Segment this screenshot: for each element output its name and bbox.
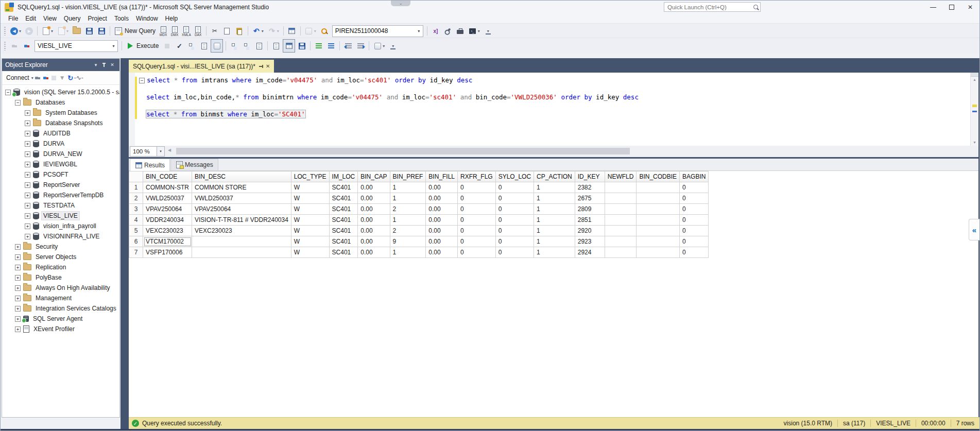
grid-cell[interactable]: 0 xyxy=(680,247,709,258)
grid-cell[interactable]: 0 xyxy=(458,193,496,204)
scroll-down-icon[interactable]: ▼ xyxy=(971,140,978,146)
grid-cell[interactable] xyxy=(637,204,680,215)
toolbar-separator[interactable] xyxy=(267,41,268,50)
grid-cell[interactable]: 2809 xyxy=(575,204,605,215)
grid-cell[interactable]: SC401 xyxy=(329,182,358,193)
column-header-bin_cap[interactable]: BIN_CAP xyxy=(358,171,390,182)
expand-icon[interactable] xyxy=(25,141,30,147)
grid-cell[interactable] xyxy=(637,226,680,236)
execute-button[interactable]: Execute xyxy=(125,40,160,52)
redo-dropdown-icon[interactable] xyxy=(277,29,279,33)
grid-cell[interactable]: COMMON-STR xyxy=(143,182,192,193)
save-button[interactable] xyxy=(83,25,95,37)
grid-cell[interactable] xyxy=(637,182,680,193)
search-combo[interactable] xyxy=(332,25,423,37)
collapse-icon[interactable] xyxy=(5,90,11,95)
grid-cell[interactable]: 0 xyxy=(495,182,534,193)
tree-item-always-on-high-availability[interactable]: Always On High Availability xyxy=(2,283,119,293)
editor-vertical-scrollbar[interactable]: ▲ ▼ xyxy=(970,73,978,146)
oe-activity-icon[interactable]: -∿- xyxy=(75,74,83,82)
grid-cell[interactable] xyxy=(637,193,680,204)
grid-cell[interactable]: 1 xyxy=(534,182,575,193)
grid-cell[interactable]: 0 xyxy=(680,236,709,247)
grid-cell[interactable]: SC401 xyxy=(329,215,358,226)
expand-icon[interactable] xyxy=(25,234,30,239)
menu-file[interactable]: File xyxy=(5,14,22,23)
grid-cell[interactable]: 0.00 xyxy=(426,236,458,247)
connect-button[interactable]: Connect xyxy=(6,74,29,81)
grid-cell[interactable]: 1 xyxy=(534,247,575,258)
column-header-bagbin[interactable]: BAGBIN xyxy=(680,171,709,182)
list-members-dropdown-icon[interactable] xyxy=(314,29,316,33)
column-header-bin_code[interactable]: BIN_CODE xyxy=(143,171,192,182)
add-item-button[interactable] xyxy=(56,25,70,37)
scroll-left-icon[interactable]: ◀ xyxy=(168,148,171,152)
new-project-button[interactable] xyxy=(40,25,55,37)
new-dmx-query-button[interactable]: DMX xyxy=(169,24,180,38)
grid-cell[interactable] xyxy=(605,226,637,236)
grid-cell[interactable]: W xyxy=(291,215,329,226)
zoom-level-combo[interactable]: 100 % xyxy=(130,146,157,157)
grid-cell[interactable]: W xyxy=(291,226,329,236)
live-query-stats-button[interactable] xyxy=(241,40,252,52)
code-line-1[interactable]: select * from imtrans where im_code='v04… xyxy=(139,76,968,85)
command-window-dropdown-icon[interactable] xyxy=(478,29,480,33)
grid-cell[interactable]: 0.00 xyxy=(358,247,390,258)
expand-icon[interactable] xyxy=(25,110,30,116)
oe-disconnect-icon[interactable] xyxy=(42,74,50,82)
tree-item-durva[interactable]: DURVA xyxy=(2,139,119,149)
tree-item-integration-services-catalogs[interactable]: Integration Services Catalogs xyxy=(2,303,119,314)
new-xmla-query-button[interactable]: XMLA xyxy=(181,24,192,38)
tree-item-durva-new[interactable]: DURVA_NEW xyxy=(2,149,119,159)
column-header-newfld[interactable]: NEWFLD xyxy=(605,171,637,182)
grid-cell[interactable]: 0 xyxy=(680,204,709,215)
uncomment-selection-button[interactable] xyxy=(325,40,337,52)
change-connection-button[interactable] xyxy=(21,40,32,52)
toolbar1-overflow-button[interactable] xyxy=(483,25,494,37)
column-header-cp_action[interactable]: CP_ACTION xyxy=(534,171,575,182)
column-header-bin_codbie[interactable]: BIN_CODBIE xyxy=(637,171,680,182)
tree-item-vision-sql-server-15-0-2000-5-sa[interactable]: vision (SQL Server 15.0.2000.5 - sa) xyxy=(2,87,119,97)
menu-project[interactable]: Project xyxy=(84,14,111,23)
menu-view[interactable]: View xyxy=(40,14,60,23)
undo-dropdown-icon[interactable] xyxy=(262,29,264,33)
tree-item-management[interactable]: Management xyxy=(2,293,119,303)
grid-cell[interactable]: 1 xyxy=(534,226,575,236)
grid-cell[interactable]: VWLD250037 xyxy=(192,193,291,204)
tab-close-icon[interactable]: ✕ xyxy=(266,63,270,69)
grid-cell[interactable]: 1 xyxy=(534,193,575,204)
collapse-region-icon[interactable] xyxy=(139,78,145,83)
decrease-indent-button[interactable] xyxy=(342,40,354,52)
row-header[interactable]: 5 xyxy=(129,226,143,236)
grid-cell[interactable]: VSFP170006 xyxy=(143,247,192,258)
tab-results[interactable]: Results xyxy=(130,159,170,171)
menu-help[interactable]: Help xyxy=(162,14,182,23)
client-statistics-button[interactable] xyxy=(253,40,265,52)
menu-tools[interactable]: Tools xyxy=(111,14,132,23)
toolbar-separator[interactable] xyxy=(226,41,226,50)
menu-edit[interactable]: Edit xyxy=(22,14,40,23)
expand-icon[interactable] xyxy=(15,306,21,312)
save-all-button[interactable] xyxy=(96,25,107,37)
grid-cell[interactable]: 0.00 xyxy=(426,193,458,204)
column-header-im_loc[interactable]: IM_LOC xyxy=(329,171,358,182)
grid-cell[interactable]: 9 xyxy=(390,236,426,247)
toolbar-separator[interactable] xyxy=(37,26,38,36)
grid-cell[interactable]: 2 xyxy=(390,204,426,215)
query-options-button[interactable] xyxy=(198,40,210,52)
grid-cell[interactable]: 1 xyxy=(390,215,426,226)
row-header[interactable]: 4 xyxy=(129,215,143,226)
toolbar-separator[interactable] xyxy=(110,26,110,36)
close-button[interactable]: ✕ xyxy=(961,1,979,14)
grid-cell[interactable]: VWLD250037 xyxy=(143,193,192,204)
grid-cell[interactable]: COMMON STORE xyxy=(192,182,291,193)
code-line-5[interactable]: select * from binmst where im_loc='SC401… xyxy=(139,110,968,119)
grid-cell[interactable]: 0.00 xyxy=(358,215,390,226)
expand-icon[interactable] xyxy=(15,244,21,250)
database-combo[interactable] xyxy=(35,40,118,52)
search-dropdown-icon[interactable] xyxy=(415,26,423,37)
grid-cell[interactable]: 0.00 xyxy=(426,247,458,258)
grid-cell[interactable]: 2675 xyxy=(575,193,605,204)
cut-button[interactable] xyxy=(209,25,220,37)
grid-cell[interactable]: 0 xyxy=(495,215,534,226)
